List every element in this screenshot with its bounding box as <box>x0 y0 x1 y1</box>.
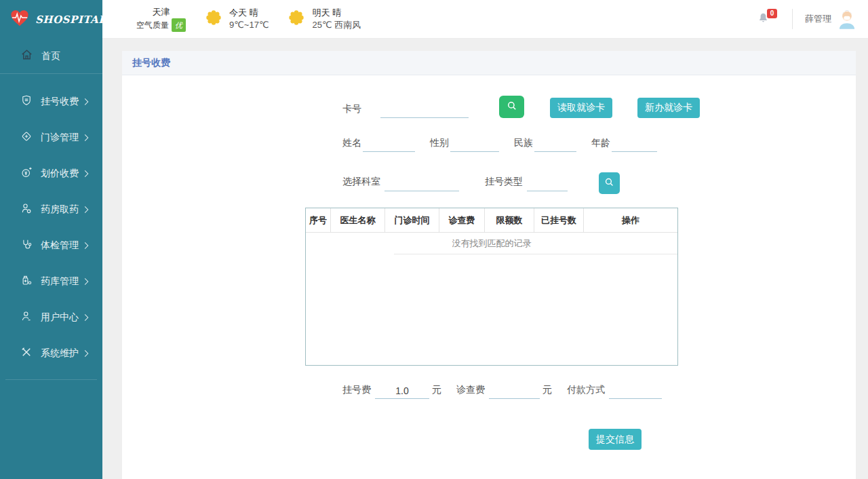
read-card-button[interactable]: 读取就诊卡 <box>550 98 612 118</box>
col-index: 序号 <box>306 208 331 232</box>
name-input[interactable] <box>363 136 415 152</box>
empty-message: 没有找到匹配的记录 <box>452 237 532 250</box>
gender-label: 性别 <box>430 137 449 152</box>
sidebar-item-pharmacy-dispense[interactable]: 药房取药 <box>0 191 102 227</box>
air-quality-label: 空气质量 <box>136 19 169 31</box>
notification-bell-button[interactable]: 0 <box>751 7 776 31</box>
weather-tomorrow-block: 明天 晴 25℃ 西南风 <box>286 7 361 31</box>
maintenance-icon <box>20 346 33 361</box>
sidebar-item-label: 药房取药 <box>41 204 79 216</box>
sun-icon <box>286 7 307 31</box>
weather-today-block: 今天 晴 9℃~17℃ <box>203 7 269 31</box>
card-number-label: 卡号 <box>342 103 361 118</box>
chevron-right-icon <box>82 98 89 105</box>
submit-button[interactable]: 提交信息 <box>589 429 642 450</box>
chevron-right-icon <box>82 350 89 357</box>
username-label[interactable]: 薛管理 <box>805 13 831 25</box>
sidebar-item-home[interactable]: 首页 <box>0 39 102 74</box>
sidebar-item-checkup-mgmt[interactable]: 体检管理 <box>0 227 102 263</box>
sidebar-item-label: 挂号收费 <box>41 96 79 108</box>
regtype-input[interactable] <box>527 175 568 191</box>
main-content: 挂号收费 卡号 读取就诊卡 新办就诊卡 <box>102 39 868 479</box>
chevron-right-icon <box>82 242 89 249</box>
sidebar-item-label: 药库管理 <box>41 275 79 288</box>
weather-city-block: 天津 空气质量 优 <box>136 6 186 32</box>
checkup-icon <box>20 238 33 253</box>
sidebar-item-label: 用户中心 <box>41 311 79 324</box>
regtype-label: 挂号类型 <box>485 176 523 191</box>
sidebar-item-label: 门诊管理 <box>41 132 79 144</box>
drugstore-icon <box>20 274 33 289</box>
weather-tomorrow-label: 明天 晴 <box>312 7 361 19</box>
card-number-input[interactable] <box>380 102 469 118</box>
ethnicity-input[interactable] <box>534 136 576 152</box>
new-card-button[interactable]: 新办就诊卡 <box>637 98 700 118</box>
pricing-icon <box>20 166 33 181</box>
topbar-divider <box>792 9 793 29</box>
sidebar-item-pricing-fees[interactable]: 划价收费 <box>0 155 102 191</box>
col-quota: 限额数 <box>485 208 534 232</box>
sidebar-divider <box>5 379 97 380</box>
chevron-right-icon <box>82 134 89 141</box>
sidebar-item-system-maintenance[interactable]: 系统维护 <box>0 335 102 371</box>
air-quality-badge: 优 <box>172 18 186 32</box>
weather-widget: 天津 空气质量 优 今天 晴 <box>136 6 361 32</box>
card-search-button[interactable] <box>499 96 524 118</box>
brand-logo: SHOSPITAL <box>0 0 102 39</box>
col-exam-fee: 诊查费 <box>439 208 485 232</box>
app-root: SHOSPITAL 首页 挂号收费 <box>0 0 868 479</box>
page-title-bar: 挂号收费 <box>122 51 856 75</box>
registration-icon <box>20 94 33 109</box>
user-avatar[interactable] <box>837 8 857 30</box>
chevron-right-icon <box>82 278 89 285</box>
col-clinic-time: 门诊时间 <box>385 208 439 232</box>
department-row: 选择科室 挂号类型 <box>342 172 856 194</box>
table-empty-row: 没有找到匹配的记录 <box>306 233 677 254</box>
search-icon <box>506 100 518 114</box>
submit-row: 提交信息 <box>589 429 856 450</box>
sidebar-item-user-center[interactable]: 用户中心 <box>0 299 102 335</box>
reg-fee-label: 挂号费 <box>342 384 371 399</box>
yuan-unit-label: 元 <box>432 384 441 399</box>
brand-name: SHOSPITAL <box>35 14 106 26</box>
heart-ecg-icon <box>9 9 30 31</box>
registration-card: 挂号收费 卡号 读取就诊卡 新办就诊卡 <box>122 51 856 479</box>
clinic-icon <box>20 130 33 145</box>
doctors-table: 序号 医生名称 门诊时间 诊查费 限额数 已挂号数 操作 没有找到匹配的记录 <box>305 208 678 366</box>
gender-input[interactable] <box>450 136 499 152</box>
chevron-right-icon <box>82 206 89 213</box>
name-label: 姓名 <box>342 137 361 152</box>
table-header-row: 序号 医生名称 门诊时间 诊查费 限额数 已挂号数 操作 <box>306 208 677 233</box>
chevron-right-icon <box>82 170 89 177</box>
sun-icon <box>203 7 224 31</box>
payment-method-input[interactable] <box>609 383 662 399</box>
sidebar: SHOSPITAL 首页 挂号收费 <box>0 0 102 479</box>
exam-fee-input[interactable] <box>489 383 540 399</box>
col-doctor-name: 医生名称 <box>331 208 385 232</box>
home-icon <box>20 48 33 64</box>
doctor-search-button[interactable] <box>599 172 620 194</box>
weather-tomorrow-temp: 25℃ 西南风 <box>312 19 361 31</box>
page-title: 挂号收费 <box>132 57 170 69</box>
sidebar-item-registration-fees[interactable]: 挂号收费 <box>0 83 102 119</box>
topbar: 天津 空气质量 优 今天 晴 <box>102 0 868 39</box>
yuan-unit-label: 元 <box>542 384 552 399</box>
age-input[interactable] <box>612 136 657 152</box>
sidebar-item-label: 首页 <box>41 50 60 62</box>
card-number-row: 卡号 读取就诊卡 新办就诊卡 <box>342 96 856 118</box>
weather-today-label: 今天 晴 <box>229 7 269 19</box>
sidebar-nav: 挂号收费 门诊管理 <box>0 74 102 380</box>
payment-method-label: 付款方式 <box>567 384 605 399</box>
col-actions: 操作 <box>584 208 677 232</box>
reg-fee-input[interactable] <box>375 383 429 399</box>
ethnicity-label: 民族 <box>514 137 533 152</box>
empty-row-divider <box>394 254 677 254</box>
chevron-right-icon <box>82 314 89 321</box>
search-icon <box>604 176 615 190</box>
department-input[interactable] <box>384 175 459 191</box>
pharmacy-icon <box>20 202 33 217</box>
sidebar-item-drugstore-mgmt[interactable]: 药库管理 <box>0 263 102 299</box>
sidebar-item-outpatient-mgmt[interactable]: 门诊管理 <box>0 119 102 155</box>
sidebar-item-label: 划价收费 <box>41 168 79 180</box>
fees-row: 挂号费 元 诊查费 元 付款方式 <box>342 383 856 399</box>
